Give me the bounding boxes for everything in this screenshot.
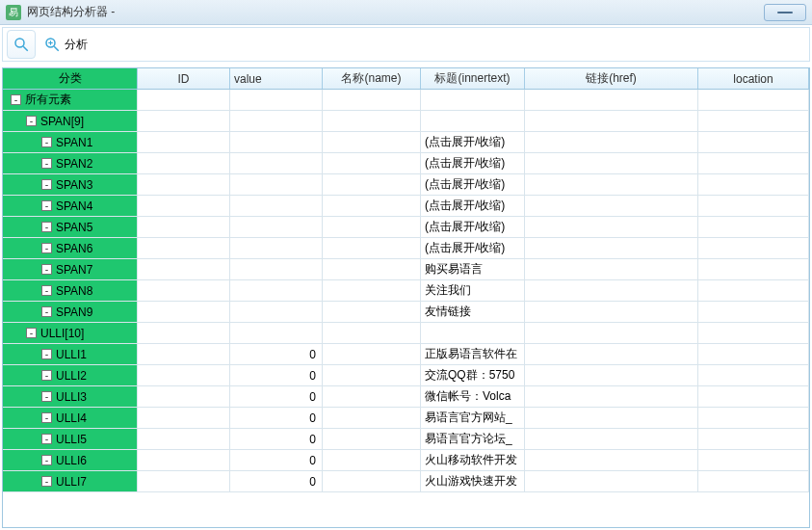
tree-cell[interactable]: -ULLI[10]: [3, 323, 138, 343]
table-row[interactable]: -所有元素: [3, 90, 809, 111]
cell-name: [323, 344, 421, 364]
table-row[interactable]: -SPAN5(点击展开/收缩): [3, 217, 809, 238]
table-row[interactable]: -ULLI70火山游戏快速开发: [3, 471, 809, 492]
tree-cell[interactable]: -SPAN9: [3, 302, 138, 322]
tree-cell[interactable]: -ULLI4: [3, 408, 138, 428]
table-row[interactable]: -ULLI30微信帐号：Volca: [3, 386, 809, 408]
tree-cell[interactable]: -ULLI6: [3, 450, 138, 470]
cell-title: (点击展开/收缩): [421, 238, 525, 258]
cell-id: [138, 450, 230, 470]
cell-value: 0: [230, 344, 323, 364]
table-row[interactable]: -SPAN3(点击展开/收缩): [3, 174, 809, 196]
cell-title: 易语言官方网站_: [421, 408, 525, 428]
table-row[interactable]: -SPAN6(点击展开/收缩): [3, 238, 809, 259]
collapse-icon[interactable]: -: [41, 370, 52, 381]
cell-title: (点击展开/收缩): [421, 217, 525, 237]
tree-cell[interactable]: -所有元素: [3, 90, 138, 110]
tree-cell[interactable]: -ULLI7: [3, 471, 138, 491]
cell-title: 正版易语言软件在: [421, 344, 525, 364]
cell-name: [323, 386, 421, 407]
cell-name: [323, 259, 421, 279]
col-header-title[interactable]: 标题(innertext): [421, 68, 525, 89]
table-row[interactable]: -ULLI[10]: [3, 323, 809, 344]
analyze-button[interactable]: 分析: [43, 36, 88, 53]
table-row[interactable]: -ULLI40易语言官方网站_: [3, 408, 809, 429]
collapse-icon[interactable]: -: [41, 306, 52, 317]
cell-location: [698, 174, 809, 195]
collapse-icon[interactable]: -: [41, 391, 52, 402]
tree-cell[interactable]: -SPAN2: [3, 153, 138, 173]
collapse-icon[interactable]: -: [41, 264, 52, 275]
collapse-icon[interactable]: -: [41, 179, 52, 190]
table-row[interactable]: -SPAN4(点击展开/收缩): [3, 196, 809, 217]
table-row[interactable]: -SPAN9友情链接: [3, 302, 809, 323]
collapse-icon[interactable]: -: [41, 222, 52, 232]
col-header-tree[interactable]: 分类: [3, 68, 138, 89]
grid-body[interactable]: -所有元素-SPAN[9]-SPAN1(点击展开/收缩)-SPAN2(点击展开/…: [3, 90, 809, 527]
collapse-icon[interactable]: -: [41, 200, 52, 211]
collapse-icon[interactable]: -: [41, 243, 52, 253]
table-row[interactable]: -SPAN[9]: [3, 111, 809, 132]
cell-href: [525, 90, 698, 110]
tree-cell[interactable]: -ULLI5: [3, 429, 138, 449]
cell-id: [138, 132, 230, 152]
cell-location: [698, 302, 809, 322]
magnifier-button[interactable]: [7, 30, 36, 59]
analyze-label: 分析: [65, 37, 88, 53]
cell-value: [230, 196, 323, 216]
collapse-icon[interactable]: -: [41, 412, 52, 423]
tree-label: 所有元素: [25, 92, 71, 108]
collapse-icon[interactable]: -: [11, 94, 21, 105]
collapse-icon[interactable]: -: [41, 434, 52, 444]
cell-location: [698, 153, 809, 173]
collapse-icon[interactable]: -: [41, 349, 52, 359]
tree-cell[interactable]: -ULLI1: [3, 344, 138, 364]
svg-line-1: [23, 46, 28, 51]
collapse-icon[interactable]: -: [41, 137, 52, 147]
collapse-icon[interactable]: -: [26, 116, 37, 126]
table-row[interactable]: -SPAN7购买易语言: [3, 259, 809, 280]
minimize-button[interactable]: [764, 4, 806, 21]
tree-cell[interactable]: -SPAN4: [3, 196, 138, 216]
tree-cell[interactable]: -SPAN8: [3, 280, 138, 301]
tree-cell[interactable]: -SPAN7: [3, 259, 138, 279]
table-row[interactable]: -ULLI10正版易语言软件在: [3, 344, 809, 365]
cell-title: 购买易语言: [421, 259, 525, 279]
collapse-icon[interactable]: -: [26, 328, 37, 338]
cell-id: [138, 196, 230, 216]
table-row[interactable]: -SPAN1(点击展开/收缩): [3, 132, 809, 153]
cell-name: [323, 174, 421, 195]
cell-id: [138, 238, 230, 258]
table-row[interactable]: -ULLI50易语言官方论坛_: [3, 429, 809, 450]
collapse-icon[interactable]: -: [41, 455, 52, 465]
tree-cell[interactable]: -SPAN[9]: [3, 111, 138, 131]
tree-label: ULLI1: [56, 348, 87, 361]
col-header-name[interactable]: 名称(name): [323, 68, 421, 89]
col-header-id[interactable]: ID: [138, 68, 230, 89]
collapse-icon[interactable]: -: [41, 285, 52, 296]
collapse-icon[interactable]: -: [41, 158, 52, 169]
col-header-href[interactable]: 链接(href): [525, 68, 698, 89]
tree-cell[interactable]: -ULLI2: [3, 365, 138, 385]
tree-cell[interactable]: -ULLI3: [3, 386, 138, 407]
cell-title: [421, 90, 525, 110]
cell-value: [230, 217, 323, 237]
table-row[interactable]: -SPAN2(点击展开/收缩): [3, 153, 809, 174]
table-row[interactable]: -ULLI20交流QQ群：5750: [3, 365, 809, 386]
col-header-value[interactable]: value: [230, 68, 323, 89]
tree-cell[interactable]: -SPAN3: [3, 174, 138, 195]
tree-cell[interactable]: -SPAN1: [3, 132, 138, 152]
collapse-icon[interactable]: -: [41, 476, 52, 487]
tree-cell[interactable]: -SPAN6: [3, 238, 138, 258]
tree-cell[interactable]: -SPAN5: [3, 217, 138, 237]
tree-label: SPAN6: [56, 242, 92, 255]
cell-id: [138, 174, 230, 195]
table-row[interactable]: -ULLI60火山移动软件开发: [3, 450, 809, 471]
cell-value: [230, 111, 323, 131]
svg-point-0: [15, 39, 24, 47]
col-header-location[interactable]: location: [698, 68, 809, 89]
table-row[interactable]: -SPAN8关注我们: [3, 280, 809, 302]
window-title: 网页结构分析器 -: [27, 4, 115, 20]
cell-href: [525, 302, 698, 322]
tree-label: SPAN1: [56, 136, 92, 149]
